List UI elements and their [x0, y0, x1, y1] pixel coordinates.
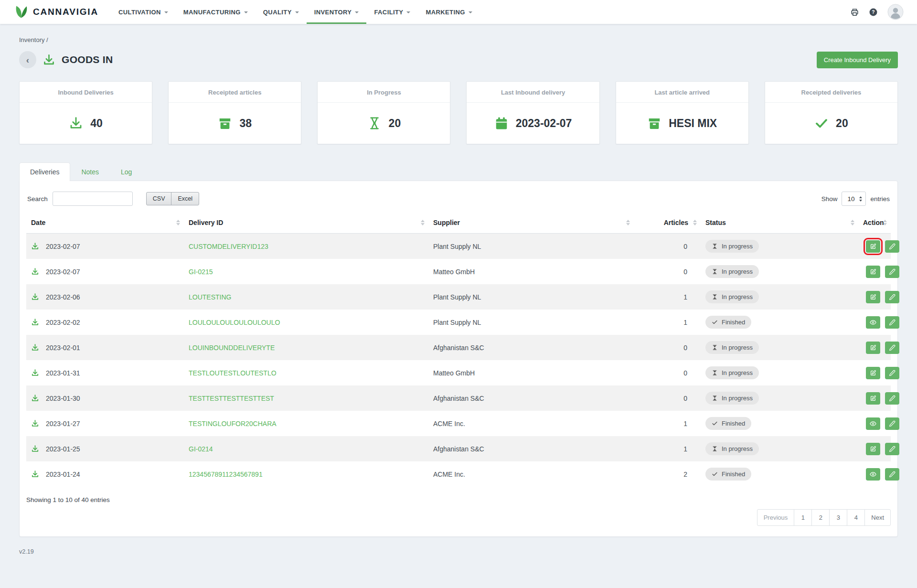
delivery-id-link[interactable]: GI-0214 [189, 445, 213, 453]
page-next[interactable]: Next [864, 509, 891, 526]
column-header-action[interactable]: Action [858, 212, 891, 234]
row-articles: 0 [634, 234, 701, 259]
eye-icon [870, 319, 876, 326]
edit-button[interactable] [866, 240, 880, 253]
edit-button[interactable] [866, 342, 880, 354]
view-button[interactable] [866, 316, 880, 329]
print-button[interactable] [850, 8, 859, 17]
page-previous[interactable]: Previous [757, 509, 795, 526]
deliveries-table: Date Delivery ID Supplier Articles Statu… [26, 212, 891, 487]
delivery-id-link[interactable]: TESTTESTTESTTESTTEST [189, 395, 274, 402]
row-articles: 1 [634, 284, 701, 310]
pencil-button[interactable] [885, 266, 899, 278]
delivery-id-link[interactable]: TESTINGLOUFOR20CHARA [189, 420, 277, 428]
tab-notes[interactable]: Notes [70, 162, 110, 181]
eye-icon [870, 420, 876, 427]
edit-button[interactable] [866, 443, 880, 455]
delivery-id-link[interactable]: 12345678911234567891 [189, 470, 263, 478]
nav-item-quality[interactable]: QUALITY [256, 0, 307, 24]
entries-label: entries [870, 195, 890, 203]
row-date: 2023-02-07 [46, 243, 80, 250]
stepper-arrows-icon[interactable] [859, 196, 862, 202]
delivery-id-link[interactable]: CUSTOMDELIVERYID123 [189, 243, 268, 250]
pencil-icon [889, 471, 896, 478]
pencil-button[interactable] [885, 443, 899, 455]
hourglass-icon [712, 446, 718, 452]
edit-button[interactable] [866, 291, 880, 303]
page-header: ‹ GOODS IN Create Inbound Delivery [19, 51, 898, 68]
stat-label: Last Inbound delivery [467, 82, 599, 103]
brand-name: CANNAVIGIA [33, 7, 98, 17]
delivery-id-link[interactable]: GI-0215 [189, 268, 213, 276]
pencil-button[interactable] [885, 468, 899, 481]
column-header-articles[interactable]: Articles [634, 212, 701, 234]
tab-log[interactable]: Log [110, 162, 143, 181]
csv-export-button[interactable]: CSV [146, 192, 172, 205]
pencil-icon [889, 294, 896, 300]
column-header-date[interactable]: Date [26, 212, 184, 234]
download-icon [31, 470, 39, 478]
nav-item-manufacturing[interactable]: MANUFACTURING [176, 0, 256, 24]
row-date: 2023-01-31 [46, 369, 80, 377]
download-icon [31, 394, 39, 402]
column-header-status[interactable]: Status [701, 212, 858, 234]
sort-icon [883, 220, 887, 225]
breadcrumb[interactable]: Inventory / [19, 36, 898, 43]
pencil-button[interactable] [885, 342, 899, 354]
excel-export-button[interactable]: Excel [171, 192, 199, 205]
pencil-button[interactable] [885, 417, 899, 430]
row-supplier: Plant Supply NL [428, 284, 634, 310]
chevron-down-icon [244, 11, 248, 13]
delivery-id-link[interactable]: LOUINBOUNDDELIVERYTE [189, 344, 275, 352]
nav-item-inventory[interactable]: INVENTORY [307, 0, 367, 24]
nav-item-facility[interactable]: FACILITY [366, 0, 418, 24]
row-date: 2023-01-30 [46, 395, 80, 402]
hourglass-icon [712, 344, 718, 351]
entries-stepper[interactable] [842, 192, 866, 206]
column-header-delivery-id[interactable]: Delivery ID [184, 212, 428, 234]
hourglass-icon [712, 370, 718, 376]
help-button[interactable]: ? [869, 8, 878, 17]
edit-button[interactable] [866, 266, 880, 278]
column-header-supplier[interactable]: Supplier [428, 212, 634, 234]
page-4[interactable]: 4 [847, 509, 865, 526]
delivery-id-link[interactable]: LOULOULOULOULOULOULO [189, 319, 280, 326]
pencil-button[interactable] [885, 291, 899, 303]
download-icon [31, 419, 39, 428]
brand-logo[interactable]: CANNAVIGIA [14, 5, 98, 19]
pencil-button[interactable] [885, 316, 899, 329]
view-button[interactable] [866, 468, 880, 481]
row-articles: 0 [634, 385, 701, 411]
edit-square-icon [870, 370, 876, 376]
page-2[interactable]: 2 [811, 509, 830, 526]
tab-deliveries[interactable]: Deliveries [19, 162, 70, 181]
table-row: 2023-01-25 GI-0214 Afghanistan S&C 1 In … [26, 436, 891, 461]
pencil-button[interactable] [885, 392, 899, 405]
nav-item-marketing[interactable]: MARKETING [418, 0, 480, 24]
edit-button[interactable] [866, 392, 880, 405]
hourglass-icon [712, 395, 718, 401]
download-icon [31, 293, 39, 301]
nav-item-cultivation[interactable]: CULTIVATION [111, 0, 176, 24]
create-inbound-delivery-button[interactable]: Create Inbound Delivery [817, 52, 898, 68]
delivery-id-link[interactable]: TESTLOUTESTLOUTESTLO [189, 369, 277, 377]
page-content: Inventory / ‹ GOODS IN Create Inbound De… [0, 24, 917, 555]
stat-card: Inbound Deliveries [19, 81, 152, 144]
download-icon [69, 116, 83, 130]
back-button[interactable]: ‹ [19, 51, 36, 68]
delivery-id-link[interactable]: LOUTESTING [189, 293, 231, 301]
pencil-button[interactable] [885, 367, 899, 379]
search-input[interactable] [53, 192, 133, 206]
edit-button[interactable] [866, 367, 880, 379]
page-3[interactable]: 3 [829, 509, 847, 526]
row-date: 2023-02-01 [46, 344, 80, 352]
page-1[interactable]: 1 [794, 509, 812, 526]
user-avatar[interactable] [887, 4, 904, 20]
entries-input[interactable] [844, 195, 859, 203]
row-articles: 1 [634, 310, 701, 335]
view-button[interactable] [866, 417, 880, 430]
download-icon [31, 343, 39, 352]
top-navigation-bar: CANNAVIGIA CULTIVATION MANUFACTURING QUA… [0, 0, 917, 24]
row-date: 2023-02-06 [46, 293, 80, 301]
pencil-button[interactable] [885, 240, 899, 253]
